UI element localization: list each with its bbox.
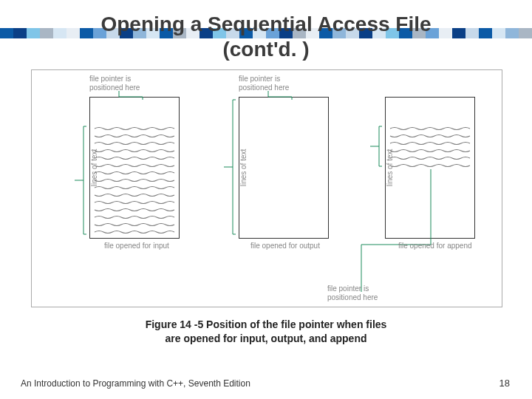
bottom-label-3: file opened for append: [398, 242, 472, 250]
title-line-2: (cont'd. ): [222, 38, 309, 61]
figure-caption: Figure 14 -5 Position of the file pointe…: [0, 318, 532, 346]
pointer-label-3: file pointer ispositioned here: [327, 284, 378, 302]
bracket-append-icon: [32, 70, 502, 307]
page-title: Opening a Sequential Access File (cont'd…: [0, 0, 532, 61]
title-line-1: Opening a Sequential Access File: [100, 13, 431, 35]
footer-left: An Introduction to Programming with C++,…: [21, 378, 250, 389]
figure-container: file pointer ispositioned here: [31, 69, 502, 307]
slide: Opening a Sequential Access File (cont'd…: [0, 0, 532, 399]
footer-page-number: 18: [499, 378, 510, 389]
